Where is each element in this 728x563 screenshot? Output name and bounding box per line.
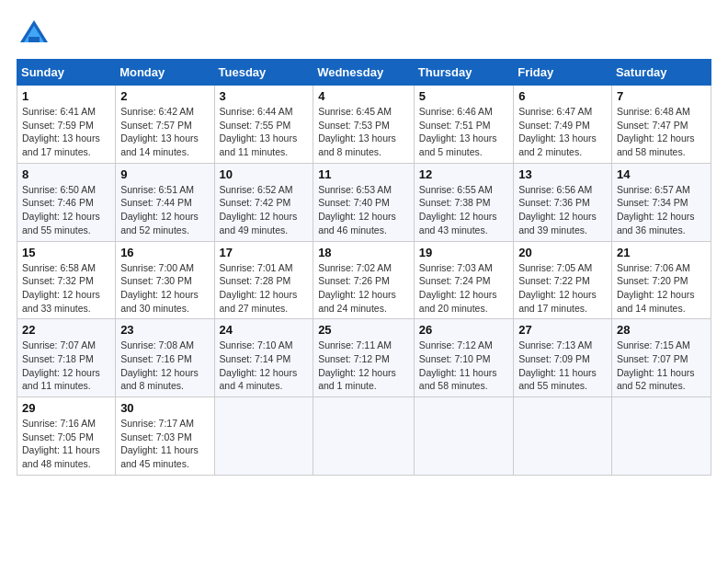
day-cell-6: 6Sunrise: 6:47 AM Sunset: 7:49 PM Daylig… — [514, 86, 612, 164]
day-cell-19: 19Sunrise: 7:03 AM Sunset: 7:24 PM Dayli… — [414, 241, 513, 319]
day-info: Sunrise: 6:55 AM Sunset: 7:38 PM Dayligh… — [419, 183, 508, 237]
day-number: 30 — [120, 401, 209, 415]
day-info: Sunrise: 6:47 AM Sunset: 7:49 PM Dayligh… — [518, 105, 607, 159]
day-info: Sunrise: 7:16 AM Sunset: 7:05 PM Dayligh… — [22, 417, 110, 471]
day-cell-8: 8Sunrise: 6:50 AM Sunset: 7:46 PM Daylig… — [17, 163, 116, 241]
day-info: Sunrise: 7:12 AM Sunset: 7:10 PM Dayligh… — [419, 339, 508, 393]
page: SundayMondayTuesdayWednesdayThursdayFrid… — [0, 0, 728, 563]
day-number: 26 — [419, 323, 508, 337]
day-info: Sunrise: 7:03 AM Sunset: 7:24 PM Dayligh… — [419, 261, 508, 316]
day-cell-1: 1Sunrise: 6:41 AM Sunset: 7:59 PM Daylig… — [17, 86, 116, 164]
day-info: Sunrise: 6:45 AM Sunset: 7:53 PM Dayligh… — [318, 105, 409, 159]
day-cell-5: 5Sunrise: 6:46 AM Sunset: 7:51 PM Daylig… — [414, 86, 513, 164]
day-cell-25: 25Sunrise: 7:11 AM Sunset: 7:12 PM Dayli… — [313, 319, 415, 397]
week-row-1: 1Sunrise: 6:41 AM Sunset: 7:59 PM Daylig… — [17, 86, 711, 164]
day-number: 4 — [318, 89, 409, 103]
day-number: 17 — [220, 246, 309, 259]
day-cell-23: 23Sunrise: 7:08 AM Sunset: 7:16 PM Dayli… — [116, 319, 214, 397]
day-number: 1 — [22, 89, 110, 103]
column-header-tuesday: Tuesday — [214, 60, 313, 86]
week-row-3: 15Sunrise: 6:58 AM Sunset: 7:32 PM Dayli… — [17, 241, 711, 319]
day-info: Sunrise: 7:06 AM Sunset: 7:20 PM Dayligh… — [617, 261, 706, 316]
day-number: 28 — [617, 323, 706, 337]
day-number: 14 — [617, 167, 706, 181]
day-info: Sunrise: 6:53 AM Sunset: 7:40 PM Dayligh… — [318, 183, 409, 237]
day-info: Sunrise: 6:41 AM Sunset: 7:59 PM Dayligh… — [22, 105, 110, 159]
day-number: 5 — [419, 89, 508, 103]
day-number: 21 — [617, 246, 706, 259]
day-info: Sunrise: 7:02 AM Sunset: 7:26 PM Dayligh… — [318, 261, 409, 316]
day-number: 10 — [220, 167, 309, 181]
day-info: Sunrise: 6:58 AM Sunset: 7:32 PM Dayligh… — [22, 261, 110, 316]
day-cell-11: 11Sunrise: 6:53 AM Sunset: 7:40 PM Dayli… — [313, 163, 415, 241]
column-header-sunday: Sunday — [17, 60, 116, 86]
calendar-header-row: SundayMondayTuesdayWednesdayThursdayFrid… — [17, 60, 711, 86]
day-cell-20: 20Sunrise: 7:05 AM Sunset: 7:22 PM Dayli… — [514, 241, 612, 319]
column-header-monday: Monday — [116, 60, 214, 86]
day-cell-13: 13Sunrise: 6:56 AM Sunset: 7:36 PM Dayli… — [514, 163, 612, 241]
day-info: Sunrise: 7:10 AM Sunset: 7:14 PM Dayligh… — [220, 339, 309, 393]
day-cell-26: 26Sunrise: 7:12 AM Sunset: 7:10 PM Dayli… — [414, 319, 513, 397]
day-cell-2: 2Sunrise: 6:42 AM Sunset: 7:57 PM Daylig… — [116, 86, 214, 164]
day-number: 3 — [220, 89, 309, 103]
day-info: Sunrise: 6:51 AM Sunset: 7:44 PM Dayligh… — [120, 183, 209, 237]
day-number: 25 — [318, 323, 409, 337]
day-number: 11 — [318, 167, 409, 181]
day-cell-17: 17Sunrise: 7:01 AM Sunset: 7:28 PM Dayli… — [214, 241, 313, 319]
day-info: Sunrise: 7:17 AM Sunset: 7:03 PM Dayligh… — [120, 417, 209, 471]
day-info: Sunrise: 7:15 AM Sunset: 7:07 PM Dayligh… — [617, 339, 706, 393]
day-cell-15: 15Sunrise: 6:58 AM Sunset: 7:32 PM Dayli… — [17, 241, 116, 319]
calendar: SundayMondayTuesdayWednesdayThursdayFrid… — [17, 59, 711, 476]
day-cell-14: 14Sunrise: 6:57 AM Sunset: 7:34 PM Dayli… — [611, 163, 711, 241]
day-info: Sunrise: 6:48 AM Sunset: 7:47 PM Dayligh… — [617, 105, 706, 159]
day-info: Sunrise: 6:57 AM Sunset: 7:34 PM Dayligh… — [617, 183, 706, 237]
day-info: Sunrise: 6:46 AM Sunset: 7:51 PM Dayligh… — [419, 105, 508, 159]
day-number: 20 — [518, 246, 607, 259]
day-cell-28: 28Sunrise: 7:15 AM Sunset: 7:07 PM Dayli… — [611, 319, 711, 397]
day-number: 6 — [518, 89, 607, 103]
column-header-friday: Friday — [514, 60, 612, 86]
day-cell-3: 3Sunrise: 6:44 AM Sunset: 7:55 PM Daylig… — [214, 86, 313, 164]
week-row-4: 22Sunrise: 7:07 AM Sunset: 7:18 PM Dayli… — [17, 319, 711, 397]
day-number: 19 — [419, 246, 508, 259]
day-cell-21: 21Sunrise: 7:06 AM Sunset: 7:20 PM Dayli… — [611, 241, 711, 319]
day-number: 9 — [120, 167, 209, 181]
day-info: Sunrise: 7:11 AM Sunset: 7:12 PM Dayligh… — [318, 339, 409, 393]
day-info: Sunrise: 6:42 AM Sunset: 7:57 PM Dayligh… — [120, 105, 209, 159]
empty-cell — [214, 397, 313, 476]
day-info: Sunrise: 6:56 AM Sunset: 7:36 PM Dayligh… — [518, 183, 607, 237]
day-cell-29: 29Sunrise: 7:16 AM Sunset: 7:05 PM Dayli… — [17, 397, 116, 476]
empty-cell — [514, 397, 612, 476]
day-info: Sunrise: 6:50 AM Sunset: 7:46 PM Dayligh… — [22, 183, 110, 237]
logo — [17, 17, 53, 52]
day-cell-12: 12Sunrise: 6:55 AM Sunset: 7:38 PM Dayli… — [414, 163, 513, 241]
empty-cell — [313, 397, 415, 476]
week-row-2: 8Sunrise: 6:50 AM Sunset: 7:46 PM Daylig… — [17, 163, 711, 241]
day-number: 2 — [120, 89, 209, 103]
week-row-5: 29Sunrise: 7:16 AM Sunset: 7:05 PM Dayli… — [17, 397, 711, 476]
empty-cell — [611, 397, 711, 476]
svg-rect-2 — [28, 37, 40, 42]
day-number: 16 — [120, 246, 209, 259]
day-info: Sunrise: 7:08 AM Sunset: 7:16 PM Dayligh… — [120, 339, 209, 393]
column-header-saturday: Saturday — [611, 60, 711, 86]
day-info: Sunrise: 7:01 AM Sunset: 7:28 PM Dayligh… — [220, 261, 309, 316]
day-info: Sunrise: 7:07 AM Sunset: 7:18 PM Dayligh… — [22, 339, 110, 393]
day-cell-4: 4Sunrise: 6:45 AM Sunset: 7:53 PM Daylig… — [313, 86, 415, 164]
day-number: 15 — [22, 246, 110, 259]
day-info: Sunrise: 7:13 AM Sunset: 7:09 PM Dayligh… — [518, 339, 607, 393]
day-cell-10: 10Sunrise: 6:52 AM Sunset: 7:42 PM Dayli… — [214, 163, 313, 241]
day-cell-24: 24Sunrise: 7:10 AM Sunset: 7:14 PM Dayli… — [214, 319, 313, 397]
day-number: 29 — [22, 401, 110, 415]
column-header-thursday: Thursday — [414, 60, 513, 86]
day-number: 7 — [617, 89, 706, 103]
day-number: 18 — [318, 246, 409, 259]
day-info: Sunrise: 7:00 AM Sunset: 7:30 PM Dayligh… — [120, 261, 209, 316]
day-cell-9: 9Sunrise: 6:51 AM Sunset: 7:44 PM Daylig… — [116, 163, 214, 241]
day-number: 27 — [518, 323, 607, 337]
column-header-wednesday: Wednesday — [313, 60, 415, 86]
day-cell-7: 7Sunrise: 6:48 AM Sunset: 7:47 PM Daylig… — [611, 86, 711, 164]
day-number: 24 — [220, 323, 309, 337]
day-number: 23 — [120, 323, 209, 337]
day-number: 22 — [22, 323, 110, 337]
